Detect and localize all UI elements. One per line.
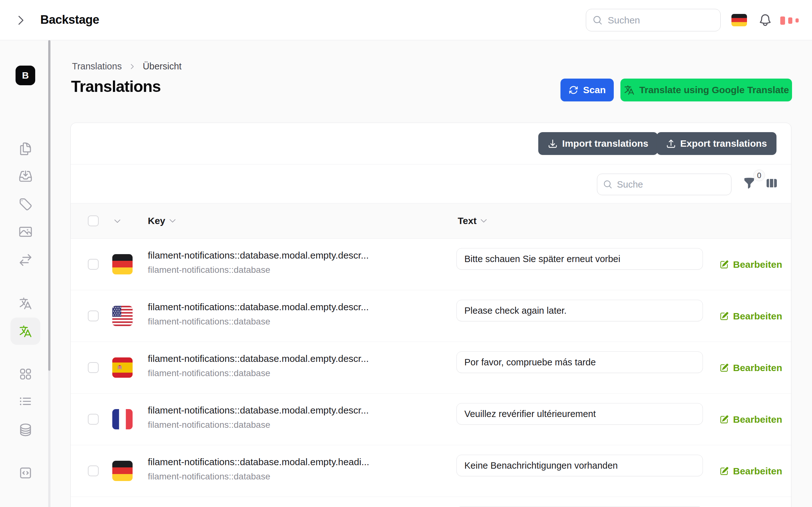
language-icon (623, 84, 635, 96)
page-title: Translations (71, 77, 161, 96)
tenant-logo[interactable]: B (15, 66, 35, 85)
search-icon (603, 180, 612, 189)
flag-de-icon (112, 254, 133, 274)
column-header-key[interactable]: Key (148, 216, 177, 226)
sidebar-item-language-active[interactable] (10, 318, 40, 345)
row-checkbox[interactable] (88, 362, 99, 373)
flag-es-icon (112, 357, 133, 378)
sidebar-item-tag[interactable] (10, 190, 40, 218)
breadcrumb: Translations Übersicht (72, 61, 182, 72)
translations-table-card: Import translations Export translations … (70, 123, 792, 507)
translation-group: filament-notifications::database (148, 471, 270, 482)
scan-button[interactable]: Scan (560, 78, 614, 101)
language-icon (18, 324, 33, 338)
search-icon (593, 15, 603, 25)
filter-count-badge: 0 (753, 170, 765, 181)
topbar: Backstage (0, 0, 812, 40)
translation-text-input[interactable] (456, 300, 703, 321)
arrows-right-left-icon (18, 253, 33, 267)
google-translate-button[interactable]: Translate using Google Translate (620, 78, 792, 101)
sidebar-item-arrows-right-left[interactable] (10, 246, 40, 274)
translation-key: filament-notifications::database.modal.e… (148, 353, 368, 364)
row-checkbox[interactable] (88, 311, 99, 321)
notifications-bell-icon[interactable] (758, 13, 772, 27)
global-search[interactable] (586, 9, 721, 32)
sort-chevron-icon[interactable] (479, 217, 488, 225)
flag-us-icon (112, 306, 133, 326)
edit-row-button[interactable]: Bearbeiten (719, 290, 782, 342)
document-duplicate-icon (18, 142, 33, 156)
sidebar-item-document-duplicate[interactable] (10, 135, 40, 162)
breadcrumb-parent[interactable]: Translations (72, 61, 122, 72)
select-all-checkbox[interactable] (88, 216, 99, 226)
brand-title[interactable]: Backstage (40, 13, 99, 26)
edit-row-button[interactable]: Bearbeiten (719, 445, 782, 497)
bulk-actions-chevron-icon[interactable] (113, 217, 121, 225)
import-translations-button[interactable]: Import translations (538, 132, 658, 155)
table-row: filament-notifications::database.modal.e… (71, 445, 791, 497)
list-bullet-icon (18, 394, 33, 408)
table-search-input[interactable] (617, 179, 725, 190)
sidebar-item-language[interactable] (10, 290, 40, 317)
breadcrumb-current: Übersicht (143, 61, 182, 72)
translation-key: filament-notifications::database.modal.e… (148, 302, 368, 313)
toggle-columns-icon[interactable] (765, 177, 777, 190)
column-header-text[interactable]: Text (458, 216, 488, 226)
translation-group: filament-notifications::database (148, 368, 270, 378)
translation-group: filament-notifications::database (148, 265, 270, 275)
sidebar-item-adjustments-horizontal[interactable] (10, 503, 40, 507)
translation-key: filament-notifications::database.modal.e… (148, 457, 369, 467)
flag-fr-icon (112, 409, 133, 429)
translation-text-input[interactable] (456, 455, 703, 476)
row-checkbox[interactable] (88, 259, 99, 270)
pencil-square-icon (719, 466, 729, 476)
circle-stack-icon (18, 423, 33, 437)
table-search[interactable] (597, 174, 731, 195)
translation-key: filament-notifications::database.modal.e… (148, 405, 368, 416)
code-bracket-square-icon (18, 466, 33, 480)
user-avatar[interactable] (780, 16, 803, 26)
pencil-square-icon (719, 260, 729, 269)
global-search-input[interactable] (608, 15, 714, 26)
edit-row-button[interactable]: Bearbeiten (719, 394, 782, 445)
table-row-partial (71, 497, 791, 507)
sort-chevron-icon[interactable] (168, 217, 177, 225)
translation-text-input[interactable] (456, 403, 703, 425)
sidebar-toggle-chevron-icon[interactable] (14, 14, 27, 26)
table-toolbar: 0 (71, 164, 791, 204)
row-checkbox[interactable] (88, 414, 99, 425)
sidebar: B (0, 40, 51, 507)
translation-text-input[interactable] (456, 248, 703, 270)
language-icon (18, 296, 33, 311)
sidebar-item-list-bullet[interactable] (10, 388, 40, 415)
table-header-row: Key Text (71, 204, 791, 239)
sidebar-scrollbar-thumb[interactable] (48, 40, 50, 371)
translation-group: filament-notifications::database (148, 420, 270, 430)
edit-row-button[interactable]: Bearbeiten (719, 239, 782, 290)
table-row: filament-notifications::database.modal.e… (71, 394, 791, 445)
squares-2x2-icon (18, 367, 33, 381)
table-row: filament-notifications::database.modal.e… (71, 342, 791, 394)
translation-text-input[interactable] (456, 351, 703, 373)
download-icon (548, 139, 558, 149)
export-translations-button[interactable]: Export translations (657, 132, 776, 155)
filter-funnel-icon[interactable] (743, 177, 755, 190)
photo-icon (18, 225, 33, 239)
language-switcher-flag-de-icon[interactable] (731, 14, 747, 26)
sidebar-item-squares-2x2[interactable] (10, 360, 40, 388)
sidebar-item-inbox-arrow-down[interactable] (10, 163, 40, 190)
pencil-square-icon (719, 311, 729, 321)
table-header-actions: Import translations Export translations (71, 123, 791, 164)
table-row: filament-notifications::database.modal.e… (71, 239, 791, 290)
table-row: filament-notifications::database.modal.e… (71, 290, 791, 342)
pencil-square-icon (719, 363, 729, 373)
sidebar-item-code-bracket-square[interactable] (10, 459, 40, 487)
pencil-square-icon (719, 414, 729, 424)
row-checkbox[interactable] (88, 465, 99, 476)
sidebar-item-photo[interactable] (10, 218, 40, 245)
inbox-arrow-down-icon (18, 169, 33, 183)
edit-row-button[interactable]: Bearbeiten (719, 342, 782, 394)
flag-de-icon (112, 461, 133, 481)
sidebar-item-circle-stack[interactable] (10, 416, 40, 443)
upload-icon (666, 139, 676, 149)
